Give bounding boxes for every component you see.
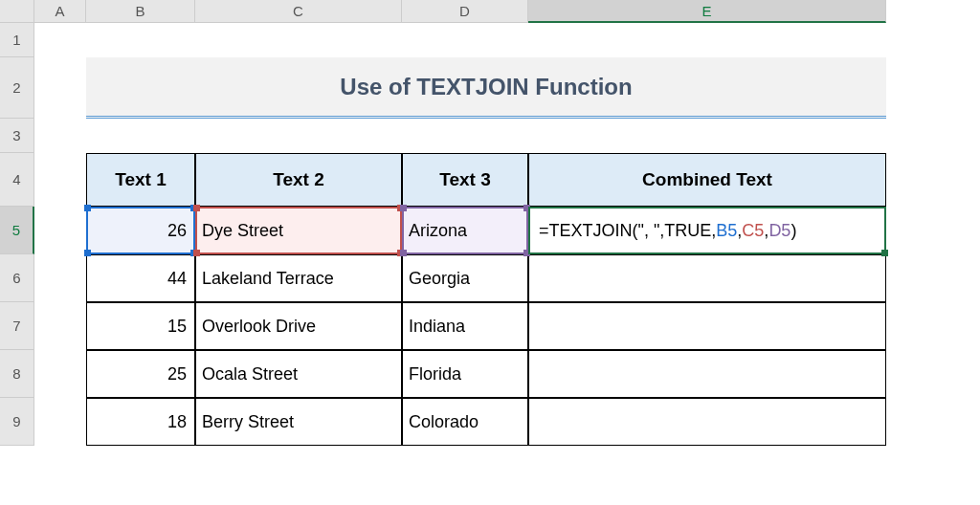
cell-a5[interactable] bbox=[34, 207, 86, 254]
row-header-2[interactable]: 2 bbox=[0, 57, 34, 119]
cell-b1[interactable] bbox=[86, 23, 195, 57]
col-header-b[interactable]: B bbox=[86, 0, 195, 23]
select-all-corner[interactable] bbox=[0, 0, 34, 23]
column-headers: A B C D E bbox=[34, 0, 886, 23]
cell-e6[interactable] bbox=[528, 254, 886, 302]
cell-e9[interactable] bbox=[528, 398, 886, 446]
row-header-7[interactable]: 7 bbox=[0, 302, 34, 350]
cell-e1[interactable] bbox=[528, 23, 886, 57]
header-combined[interactable]: Combined Text bbox=[528, 153, 886, 207]
cell-c7[interactable]: Overlook Drive bbox=[195, 302, 402, 350]
row-header-1[interactable]: 1 bbox=[0, 23, 34, 57]
cell-b6[interactable]: 44 bbox=[86, 254, 195, 302]
row-header-5[interactable]: 5 bbox=[0, 207, 34, 254]
cell-a1[interactable] bbox=[34, 23, 86, 57]
cell-a4[interactable] bbox=[34, 153, 86, 207]
header-text1[interactable]: Text 1 bbox=[86, 153, 195, 207]
cell-e5[interactable]: =TEXTJOIN(", ",TRUE,B5,C5,D5) bbox=[528, 207, 886, 254]
formula-prefix: =TEXTJOIN(", ",TRUE, bbox=[539, 221, 716, 241]
cell-a8[interactable] bbox=[34, 350, 86, 398]
cell-e7[interactable] bbox=[528, 302, 886, 350]
col-header-d[interactable]: D bbox=[402, 0, 528, 23]
cell-grid: Use of TEXTJOIN Function Text 1 Text 2 T… bbox=[34, 23, 886, 446]
formula-display: =TEXTJOIN(", ",TRUE,B5,C5,D5) bbox=[535, 221, 796, 241]
cell-c1[interactable] bbox=[195, 23, 402, 57]
cell-d7[interactable]: Indiana bbox=[402, 302, 528, 350]
header-text3[interactable]: Text 3 bbox=[402, 153, 528, 207]
row-header-3[interactable]: 3 bbox=[0, 119, 34, 153]
row-header-6[interactable]: 6 bbox=[0, 254, 34, 302]
col-header-c[interactable]: C bbox=[195, 0, 402, 23]
formula-ref-b5: B5 bbox=[716, 221, 737, 241]
cell-c3[interactable] bbox=[195, 119, 402, 153]
formula-ref-c5: C5 bbox=[742, 221, 764, 241]
cell-b7[interactable]: 15 bbox=[86, 302, 195, 350]
cell-d3[interactable] bbox=[402, 119, 528, 153]
cell-c8[interactable]: Ocala Street bbox=[195, 350, 402, 398]
col-header-a[interactable]: A bbox=[34, 0, 86, 23]
formula-suffix: ) bbox=[791, 221, 796, 241]
cell-a2[interactable] bbox=[34, 57, 86, 119]
cell-a9[interactable] bbox=[34, 398, 86, 446]
cell-d5[interactable]: Arizona bbox=[402, 207, 528, 254]
cell-c6[interactable]: Lakeland Terrace bbox=[195, 254, 402, 302]
cell-a6[interactable] bbox=[34, 254, 86, 302]
cell-e3[interactable] bbox=[528, 119, 886, 153]
cell-d1[interactable] bbox=[402, 23, 528, 57]
title-cell[interactable]: Use of TEXTJOIN Function bbox=[86, 57, 886, 119]
row-headers: 1 2 3 4 5 6 7 8 9 bbox=[0, 23, 34, 446]
cell-c9[interactable]: Berry Street bbox=[195, 398, 402, 446]
col-header-e[interactable]: E bbox=[528, 0, 886, 23]
cell-d9[interactable]: Colorado bbox=[402, 398, 528, 446]
cell-c5[interactable]: Dye Street bbox=[195, 207, 402, 254]
header-text2[interactable]: Text 2 bbox=[195, 153, 402, 207]
row-header-4[interactable]: 4 bbox=[0, 153, 34, 207]
cell-a3[interactable] bbox=[34, 119, 86, 153]
cell-e8[interactable] bbox=[528, 350, 886, 398]
cell-d8[interactable]: Florida bbox=[402, 350, 528, 398]
cell-d6[interactable]: Georgia bbox=[402, 254, 528, 302]
spreadsheet: A B C D E 1 2 3 4 5 6 7 8 9 Use of TEXTJ… bbox=[0, 0, 980, 505]
cell-b8[interactable]: 25 bbox=[86, 350, 195, 398]
cell-b9[interactable]: 18 bbox=[86, 398, 195, 446]
formula-ref-d5: D5 bbox=[768, 221, 791, 241]
cell-b5[interactable]: 26 bbox=[86, 207, 195, 254]
row-header-8[interactable]: 8 bbox=[0, 350, 34, 398]
cell-a7[interactable] bbox=[34, 302, 86, 350]
cell-b3[interactable] bbox=[86, 119, 195, 153]
row-header-9[interactable]: 9 bbox=[0, 398, 34, 446]
